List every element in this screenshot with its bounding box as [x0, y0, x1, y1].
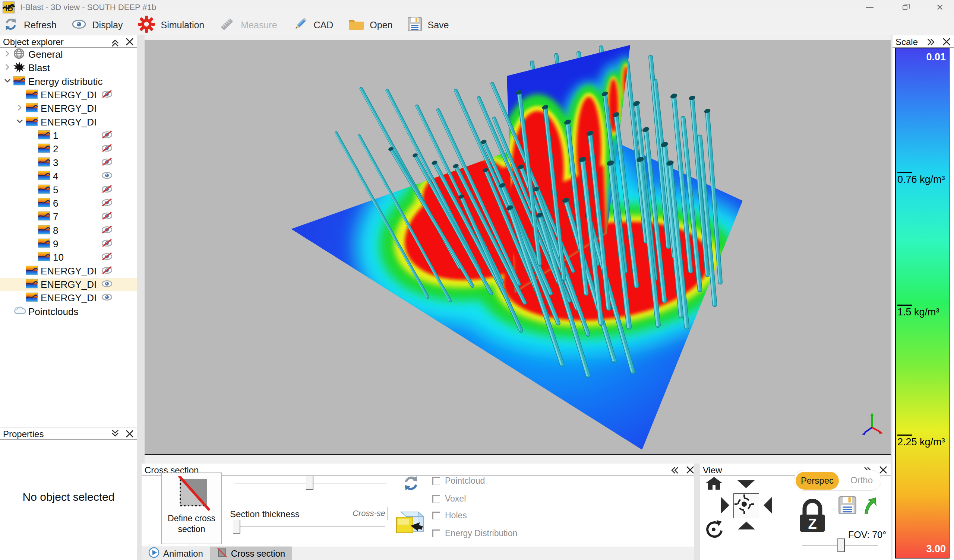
define-cross-section-button[interactable]: Define cross section — [161, 473, 222, 544]
tab-cross-section[interactable]: Cross section — [210, 547, 292, 560]
save-view-icon[interactable] — [839, 496, 856, 516]
cross-section-name-input[interactable] — [350, 507, 388, 520]
tree-item-energy-di[interactable]: ENERGY_DI — [0, 264, 137, 278]
visibility-hidden-icon[interactable] — [101, 266, 112, 276]
ortho-option[interactable]: Ortho — [850, 475, 873, 485]
checkbox-box[interactable] — [432, 529, 440, 537]
expander-icon[interactable] — [4, 63, 11, 72]
visibility-hidden-icon[interactable] — [101, 252, 112, 263]
tree-item-energy-di[interactable]: ENERGY_DI — [0, 278, 137, 291]
tree-item-pointclouds[interactable]: Pointclouds — [0, 305, 137, 318]
visibility-visible-icon[interactable] — [101, 279, 112, 290]
heatmap-icon — [26, 103, 37, 114]
collapse-panel-icon[interactable] — [110, 37, 120, 48]
visibility-hidden-icon[interactable] — [101, 90, 112, 100]
cross-section-panel: Cross section Define cross section Secti… — [142, 464, 694, 560]
checkbox-voxel[interactable]: Voxel — [432, 494, 466, 504]
thickness-slider-handle[interactable] — [233, 520, 240, 534]
tree-item-9[interactable]: 9 — [0, 237, 137, 250]
pan-left-icon[interactable] — [763, 496, 773, 516]
expander-icon[interactable] — [16, 104, 23, 113]
tree-item-energy-distributic[interactable]: Energy distributic — [0, 75, 137, 88]
visibility-visible-icon[interactable] — [101, 292, 112, 303]
checkbox-energy-distribution[interactable]: Energy Distribution — [432, 528, 517, 538]
close-panel-icon[interactable] — [125, 37, 134, 48]
checkbox-pointcloud[interactable]: Pointcloud — [432, 476, 485, 486]
heatmap-icon — [38, 238, 50, 249]
visibility-hidden-icon[interactable] — [101, 144, 112, 154]
checkbox-box[interactable] — [432, 512, 440, 520]
expand-right-panel-icon[interactable] — [927, 37, 937, 48]
close-panel-icon[interactable] — [125, 429, 134, 440]
properties-panel: Properties No object selected — [0, 427, 137, 560]
projection-toggle[interactable]: Perspec Ortho — [794, 470, 881, 491]
heatmap-icon — [38, 144, 50, 154]
collapse-down-panel-icon[interactable] — [110, 429, 120, 440]
tree-item-energy-di[interactable]: ENERGY_DI — [0, 115, 137, 129]
close-panel-icon[interactable] — [686, 465, 695, 476]
cross-position-slider-handle[interactable] — [306, 476, 313, 490]
restore-button[interactable] — [894, 0, 915, 14]
tree-item-label: ENERGY_DI — [41, 116, 97, 128]
tree-item-5[interactable]: 5 — [0, 183, 137, 197]
close-panel-icon[interactable] — [942, 37, 951, 48]
checkbox-box[interactable] — [432, 477, 440, 485]
close-panel-icon[interactable] — [879, 465, 888, 476]
visibility-hidden-icon[interactable] — [101, 225, 112, 236]
tree-item-6[interactable]: 6 — [0, 197, 137, 210]
visibility-visible-icon[interactable] — [101, 171, 112, 181]
toolbar-refresh-button[interactable]: Refresh — [4, 17, 57, 33]
visibility-hidden-icon[interactable] — [101, 198, 112, 208]
refresh-section-icon[interactable] — [402, 475, 419, 493]
tab-animation[interactable]: Animation — [142, 547, 210, 560]
home-icon[interactable] — [705, 477, 723, 491]
checkbox-holes[interactable]: Holes — [432, 510, 467, 521]
heatmap-icon — [38, 212, 50, 222]
tree-item-4[interactable]: 4 — [0, 170, 137, 183]
tree-item-7[interactable]: 7 — [0, 210, 137, 223]
voxel-cube-icon[interactable] — [394, 507, 426, 538]
tree-item-energy-di[interactable]: ENERGY_DI — [0, 102, 137, 115]
thickness-slider-track[interactable] — [234, 526, 385, 527]
scale-tick: 0.76 kg/m³ — [897, 172, 953, 185]
toolbar-open-button[interactable]: Open — [348, 17, 393, 33]
minimize-button[interactable] — [859, 0, 880, 14]
tree-item-energy-di[interactable]: ENERGY_DI — [0, 88, 137, 102]
rotate-icon[interactable] — [705, 520, 723, 540]
toolbar-save-button[interactable]: Save — [408, 17, 449, 33]
tree-item-label: 1 — [53, 130, 58, 142]
collapse-left-panel-icon[interactable] — [669, 465, 679, 477]
up-arrow-icon[interactable] — [863, 497, 878, 516]
fov-slider-handle[interactable] — [837, 538, 845, 552]
toolbar-simulation-button[interactable]: Simulation — [138, 16, 204, 34]
tree-item-10[interactable]: 10 — [0, 250, 137, 264]
toolbar-display-button[interactable]: Display — [72, 19, 123, 31]
expander-icon[interactable] — [16, 118, 23, 127]
z-lock-icon[interactable]: Z — [798, 499, 827, 534]
visibility-hidden-icon[interactable] — [101, 157, 112, 168]
toolbar-measure-button[interactable]: Measure — [219, 16, 277, 34]
tree-item-blast[interactable]: Blast — [0, 61, 137, 75]
tree-item-2[interactable]: 2 — [0, 142, 137, 156]
expander-icon[interactable] — [4, 50, 11, 59]
visibility-hidden-icon[interactable] — [101, 212, 112, 222]
tree-item-general[interactable]: General — [0, 48, 137, 61]
perspective-option[interactable]: Perspec — [796, 472, 839, 490]
tree-item-1[interactable]: 1 — [0, 129, 137, 142]
define-button-label2: section — [162, 524, 221, 535]
toolbar-cad-button[interactable]: CAD — [292, 16, 334, 34]
close-button[interactable]: ✕ — [929, 0, 950, 14]
pan-right-icon[interactable] — [720, 496, 730, 516]
tree-item-energy-di[interactable]: ENERGY_DI — [0, 291, 137, 305]
pan-up-icon[interactable] — [737, 521, 756, 532]
tree-item-8[interactable]: 8 — [0, 224, 137, 237]
visibility-hidden-icon[interactable] — [101, 239, 112, 249]
pan-down-icon[interactable] — [737, 479, 755, 490]
visibility-hidden-icon[interactable] — [101, 130, 112, 141]
3d-viewport[interactable] — [145, 40, 891, 455]
visibility-hidden-icon[interactable] — [101, 185, 112, 195]
center-target-button[interactable] — [733, 493, 759, 518]
expander-icon[interactable] — [4, 77, 11, 86]
tree-item-3[interactable]: 3 — [0, 156, 137, 170]
checkbox-box[interactable] — [432, 495, 440, 502]
